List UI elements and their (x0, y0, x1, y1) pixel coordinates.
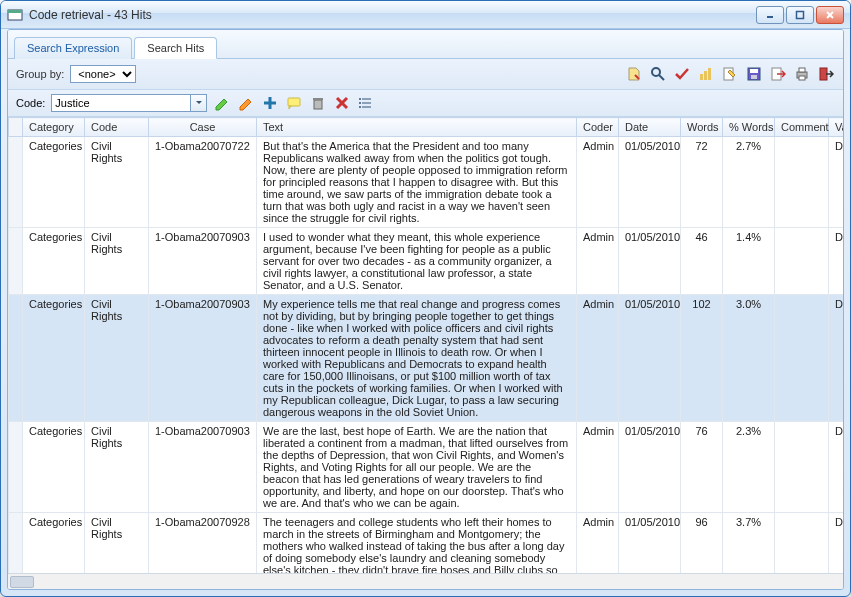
cell-category: Categories (23, 295, 85, 422)
cell-pwords: 3.0% (723, 295, 775, 422)
scrollbar-thumb[interactable] (10, 576, 34, 588)
cell-case: 1-Obama20070722 (149, 137, 257, 228)
svg-rect-1 (8, 10, 22, 13)
svg-rect-9 (704, 71, 707, 80)
retrieve-icon[interactable] (625, 65, 643, 83)
window-title: Code retrieval - 43 Hits (29, 8, 756, 22)
cell-comment (775, 228, 829, 295)
table-row[interactable]: CategoriesCivil Rights1-Obama20070928The… (9, 513, 844, 574)
svg-point-30 (359, 98, 361, 100)
cell-words: 96 (681, 513, 723, 574)
client-area: Search Expression Search Hits Group by: … (7, 29, 844, 590)
maximize-button[interactable] (786, 6, 814, 24)
svg-rect-18 (799, 76, 805, 80)
cell-date: 01/05/2010 (619, 513, 681, 574)
cell-comment (775, 295, 829, 422)
cell-coder: Admin (577, 513, 619, 574)
code-label: Code: (16, 97, 45, 109)
row-selector[interactable] (9, 137, 23, 228)
export-icon[interactable] (769, 65, 787, 83)
cell-comment (775, 137, 829, 228)
row-selector[interactable] (9, 228, 23, 295)
cell-code: Civil Rights (85, 228, 149, 295)
add-code-icon[interactable] (261, 94, 279, 112)
horizontal-scrollbar[interactable] (8, 573, 843, 589)
cell-category: Categories (23, 422, 85, 513)
table-row[interactable]: CategoriesCivil Rights1-Obama20070903My … (9, 295, 844, 422)
highlight-green-icon[interactable] (213, 94, 231, 112)
cell-date: 01/05/2010 (619, 422, 681, 513)
remove-x-icon[interactable] (333, 94, 351, 112)
chart-icon[interactable] (697, 65, 715, 83)
svg-rect-22 (288, 98, 300, 106)
cell-var: DOC (829, 513, 844, 574)
header-pwords[interactable]: % Words (723, 118, 775, 137)
svg-rect-14 (751, 75, 757, 79)
minimize-button[interactable] (756, 6, 784, 24)
toolbar-primary: Group by: <none> (8, 59, 843, 90)
svg-rect-13 (750, 69, 758, 73)
header-code[interactable]: Code (85, 118, 149, 137)
table-row[interactable]: CategoriesCivil Rights1-Obama20070722But… (9, 137, 844, 228)
svg-point-32 (359, 106, 361, 108)
comment-icon[interactable] (285, 94, 303, 112)
row-selector[interactable] (9, 295, 23, 422)
tab-search-hits[interactable]: Search Hits (134, 37, 217, 59)
cell-date: 01/05/2010 (619, 137, 681, 228)
cell-code: Civil Rights (85, 513, 149, 574)
table-row[interactable]: CategoriesCivil Rights1-Obama20070903We … (9, 422, 844, 513)
edit-icon[interactable] (721, 65, 739, 83)
header-comment[interactable]: Comment (775, 118, 829, 137)
titlebar[interactable]: Code retrieval - 43 Hits (1, 1, 850, 29)
exit-icon[interactable] (817, 65, 835, 83)
tab-search-expression[interactable]: Search Expression (14, 37, 132, 59)
cell-category: Categories (23, 137, 85, 228)
svg-line-7 (659, 75, 664, 80)
cell-code: Civil Rights (85, 422, 149, 513)
cell-words: 76 (681, 422, 723, 513)
group-by-select[interactable]: <none> (70, 65, 136, 83)
highlight-orange-icon[interactable] (237, 94, 255, 112)
cell-pwords: 2.7% (723, 137, 775, 228)
cell-pwords: 2.3% (723, 422, 775, 513)
cell-code: Civil Rights (85, 137, 149, 228)
header-coder[interactable]: Coder (577, 118, 619, 137)
close-button[interactable] (816, 6, 844, 24)
save-icon[interactable] (745, 65, 763, 83)
row-selector[interactable] (9, 513, 23, 574)
cell-var: DOC (829, 422, 844, 513)
table-row[interactable]: CategoriesCivil Rights1-Obama20070903I u… (9, 228, 844, 295)
results-grid[interactable]: Category Code Case Text Coder Date Words… (8, 117, 843, 573)
cell-date: 01/05/2010 (619, 295, 681, 422)
header-var[interactable]: Var (829, 118, 844, 137)
app-window: Code retrieval - 43 Hits Search Expressi… (0, 0, 851, 597)
cell-case: 1-Obama20070928 (149, 513, 257, 574)
header-date[interactable]: Date (619, 118, 681, 137)
print-icon[interactable] (793, 65, 811, 83)
cell-coder: Admin (577, 295, 619, 422)
code-input[interactable] (51, 94, 191, 112)
cell-coder: Admin (577, 422, 619, 513)
cell-text: I used to wonder what they meant, this w… (257, 228, 577, 295)
check-icon[interactable] (673, 65, 691, 83)
cell-category: Categories (23, 228, 85, 295)
list-icon[interactable] (357, 94, 375, 112)
cell-category: Categories (23, 513, 85, 574)
header-words[interactable]: Words (681, 118, 723, 137)
svg-rect-19 (820, 68, 827, 80)
cell-words: 72 (681, 137, 723, 228)
svg-rect-23 (314, 100, 322, 109)
cell-pwords: 1.4% (723, 228, 775, 295)
cell-case: 1-Obama20070903 (149, 422, 257, 513)
header-case[interactable]: Case (149, 118, 257, 137)
zoom-icon[interactable] (649, 65, 667, 83)
header-rowselector[interactable] (9, 118, 23, 137)
delete-icon[interactable] (309, 94, 327, 112)
header-text[interactable]: Text (257, 118, 577, 137)
cell-var: DOC (829, 295, 844, 422)
cell-var: DOC (829, 137, 844, 228)
header-category[interactable]: Category (23, 118, 85, 137)
row-selector[interactable] (9, 422, 23, 513)
code-dropdown-button[interactable] (191, 94, 207, 112)
header-row: Category Code Case Text Coder Date Words… (9, 118, 844, 137)
